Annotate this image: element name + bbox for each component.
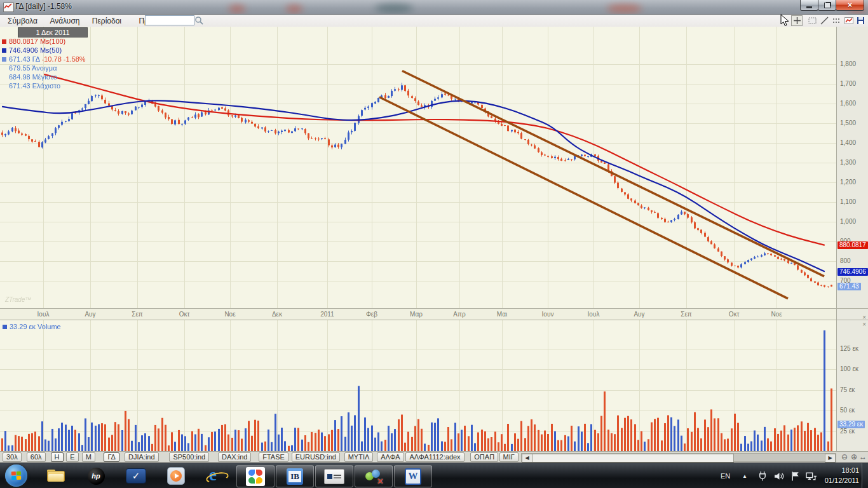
tab-symbol-FTASE[interactable]: FTASE [259,452,288,462]
scroll-left-arrow[interactable]: ◀ [522,454,532,463]
tray-date: 01/12/2011 [825,475,859,485]
window-controls: × [801,0,864,11]
legend-row: 684.98 Μέγιστο [2,72,86,81]
tab-timeframe-Η[interactable]: Η [51,452,64,462]
volume-tick-label: 50 εκ [840,407,855,414]
taskbar-messenger-button[interactable]: ✕ [355,465,393,487]
power-icon[interactable] [757,471,768,484]
close-button[interactable]: × [836,0,864,11]
save-tool-icon[interactable] [855,15,866,26]
volume-tick-label: 125 εκ [840,345,858,352]
scroll-right-arrow[interactable]: ▶ [825,454,836,463]
time-tick-label: Οκτ [720,311,748,318]
search-icon[interactable] [194,16,203,27]
time-axis: ΙουλΑυγΣεπΟκτΝοεΔεκ2011ΦεβΜαρΑπρΜαιΙουνΙ… [0,308,836,320]
legend-change-text: -10.78 -1.58% [40,55,86,63]
price-tick-label: 1,800 [840,60,856,67]
price-chart-pane[interactable]: 1 Δεκ 2011 880.0817 Ms(100)746.4906 Ms(5… [0,27,836,308]
zoom-out-button[interactable]: ⊖ [840,452,849,461]
legend-text: 679.55 Άνοιγμα [9,64,57,72]
tab-symbol-DJIA:ind[interactable]: DJIA:ind [125,452,159,462]
show-desktop-button[interactable] [862,463,868,488]
time-tick-label: Νοε [216,311,244,318]
legend-text: 671.43 ΓΔ [9,55,40,63]
pane-close-icon[interactable]: × [862,322,866,328]
tab-symbol-ΑΛΦΑ1112:adex[interactable]: ΑΛΦΑ1112:adex [405,452,464,462]
tab-symbol-ΓΔ[interactable]: ΓΔ [104,452,119,462]
window-title: ΓΔ [daily] -1.58% [15,2,72,11]
tab-timeframe-Ε[interactable]: Ε [66,452,78,462]
app-icon [3,3,14,12]
menu-item-2[interactable]: Ανάλυση [46,16,83,26]
time-tick-label: Φεβ [358,311,386,318]
zoom-fit-button[interactable]: ↔ [858,452,867,461]
tab-timeframe-60λ[interactable]: 60λ [27,452,46,462]
crosshair-tool-icon[interactable] [791,15,803,26]
start-button[interactable] [5,464,27,487]
network-icon[interactable] [806,471,817,484]
taskbar-hp-icon[interactable]: hp [83,466,109,486]
price-tick-label: 1,600 [840,100,856,107]
symbol-search-input[interactable] [145,15,194,25]
restore-button[interactable] [818,0,836,11]
action-center-flag-icon[interactable] [790,471,801,484]
titlebar-glass-blob [286,5,302,13]
titlebar[interactable]: ΓΔ [daily] -1.58% × [0,0,868,15]
time-tick-label: Απρ [445,311,473,318]
volume-current-label: 33.29 εκ [837,421,865,428]
time-tick-label: Αυγ [625,311,653,318]
volume-icon[interactable] [774,471,785,484]
tab-symbol-DAX:ind[interactable]: DAX:ind [218,452,251,462]
taskbar-clock[interactable]: 18:01 01/12/2011 [825,465,859,485]
minimize-button[interactable] [800,0,818,11]
windows-taskbar: hp✓e IB✕W EN ▲ 18:01 01/12/2011 [0,463,868,488]
tab-symbol-ΟΠΑΠ[interactable]: ΟΠΑΠ [470,452,498,462]
tab-timeframe-Μ[interactable]: Μ [82,452,95,462]
trendline-tool-icon[interactable] [818,15,830,26]
taskbar-google-button[interactable] [236,465,275,487]
taskbar-trading-app-button[interactable] [315,465,353,487]
tab-symbol-EURUSD:ind[interactable]: EURUSD:ind [292,452,340,462]
volume-legend: 33.29 εκ Volume [3,323,61,330]
time-tick-label: 2011 [313,311,341,318]
tab-symbol-ΑΛΦΑ[interactable]: ΑΛΦΑ [377,452,403,462]
taskbar-ztrade-check-icon[interactable]: ✓ [123,466,149,486]
legend-text: 671.43 Ελάχιστο [9,82,60,90]
tab-symbol-ΜΙΓ[interactable]: ΜΙΓ [499,452,519,462]
tab-timeframe-30λ[interactable]: 30λ [3,452,22,462]
taskbar-media-player-icon[interactable] [163,466,189,486]
tray-time: 18:01 [825,465,859,475]
taskbar-explorer-icon[interactable] [43,466,69,486]
chart-tool-icon[interactable] [843,15,855,26]
restore-icon [824,3,831,8]
taskbar-interactive-brokers-button[interactable]: IB [276,465,314,487]
region-tool-icon[interactable] [806,15,818,26]
dotted-line-tool-icon[interactable] [831,15,843,26]
taskbar-internet-explorer-icon[interactable]: e [203,466,229,486]
legend-row: 880.0817 Ms(100) [2,37,86,46]
legend-text: 746.4906 Ms(50) [9,46,62,54]
taskbar-word-button[interactable]: W [394,465,432,487]
zoom-in-button[interactable]: ⊕ [850,452,858,461]
volume-canvas[interactable] [0,320,836,452]
price-chart-canvas[interactable] [0,27,836,308]
mouse-cursor [780,14,790,30]
price-marker-label: 880.0817 [837,241,868,249]
legend-text: 684.98 Μέγιστο [9,73,57,81]
close-icon: × [848,1,852,10]
menu-item-3[interactable]: Περίοδοι [88,16,125,26]
volume-pane[interactable]: 33.29 εκ Volume [0,320,836,452]
minimize-icon [806,6,812,8]
tab-symbol-SP500:ind[interactable]: SP500:ind [169,452,209,462]
language-indicator[interactable]: EN [721,472,730,480]
price-tick-label: 1,100 [840,198,856,205]
scrollbar-thumb[interactable] [532,454,734,463]
hidden-icons-button[interactable]: ▲ [742,473,747,479]
price-tick-label: 1,700 [840,80,856,87]
price-tick-label: 1,500 [840,119,856,126]
menu-item-1[interactable]: Σύμβολα [4,16,41,26]
chart-legend: 880.0817 Ms(100)746.4906 Ms(50)671.43 ΓΔ… [2,37,86,90]
horizontal-scrollbar[interactable]: ◀ ▶ [521,453,836,462]
legend-marker [2,48,6,53]
tab-symbol-ΜΥΤΙΛ[interactable]: ΜΥΤΙΛ [344,452,374,462]
